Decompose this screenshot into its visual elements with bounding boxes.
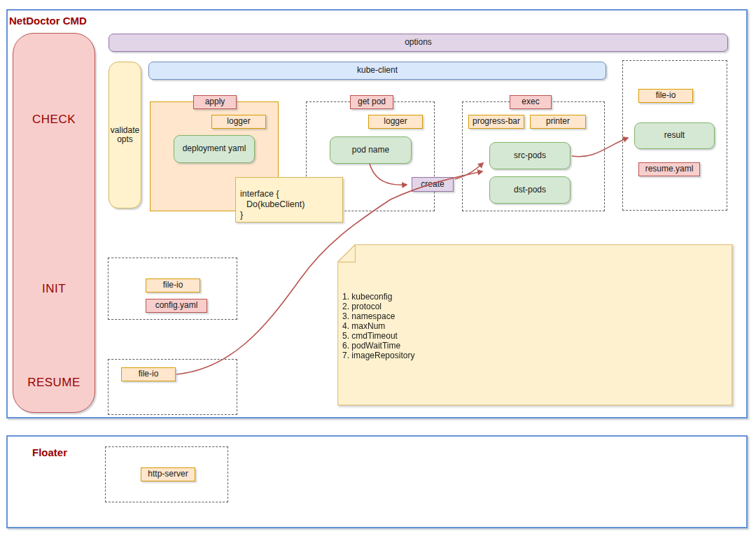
note-line: 6. podWaitTime	[342, 341, 414, 351]
get-pod-logger-node: logger	[368, 115, 423, 129]
diagram-canvas: NetDoctor CMD CHECK INIT RESUME options …	[0, 0, 756, 536]
resume-file-io-node: file-io	[121, 367, 176, 381]
get-pod-label: get pod	[350, 95, 393, 109]
interface-line: Do(kubeClient)	[240, 199, 304, 210]
init-file-io-node: file-io	[146, 278, 200, 292]
create-node: create	[412, 177, 454, 192]
stage-init-label: INIT	[13, 282, 95, 296]
note-line: 7. imageRepository	[342, 351, 414, 360]
output-file-io-node: file-io	[638, 89, 693, 103]
stage-column	[13, 33, 95, 413]
note-line: 2. protocol	[342, 302, 414, 311]
pod-name-node: pod name	[330, 136, 412, 164]
options-note: 1. kubeconfig 2. protocol 3. namespace 4…	[337, 244, 733, 406]
progress-bar-node: progress-bar	[468, 115, 524, 129]
printer-node: printer	[530, 115, 586, 129]
interface-line: }	[240, 210, 243, 220]
interface-line: interface {	[240, 189, 279, 199]
apply-logger-node: logger	[211, 115, 266, 129]
exec-label: exec	[510, 95, 552, 109]
stage-check-label: CHECK	[13, 113, 95, 127]
resume-yaml-node: resume.yaml	[638, 162, 700, 176]
kube-client-bar: kube-client	[148, 62, 606, 80]
note-line: 4. maxNum	[342, 321, 414, 331]
netdoctor-cmd-title: NetDoctor CMD	[9, 15, 87, 27]
note-line: 5. cmdTimeout	[342, 331, 414, 341]
note-lines: 1. kubeconfig 2. protocol 3. namespace 4…	[342, 292, 414, 360]
src-pods-node: src-pods	[489, 142, 570, 169]
options-bar: options	[108, 34, 728, 52]
apply-label: apply	[193, 95, 237, 109]
stage-resume-label: RESUME	[13, 376, 95, 390]
note-line: 1. kubeconfig	[342, 292, 414, 302]
dst-pods-node: dst-pods	[489, 176, 570, 204]
interface-node: interface { Do(kubeClient) }	[235, 177, 343, 223]
http-server-node: http-server	[141, 467, 195, 481]
floater-title: Floater	[32, 446, 67, 458]
deployment-yaml-node: deployment yaml	[174, 135, 255, 163]
validate-opts-node: validate opts	[108, 62, 141, 209]
config-yaml-node: config.yaml	[146, 299, 207, 313]
note-line: 3. namespace	[342, 311, 414, 321]
result-node: result	[634, 122, 715, 149]
